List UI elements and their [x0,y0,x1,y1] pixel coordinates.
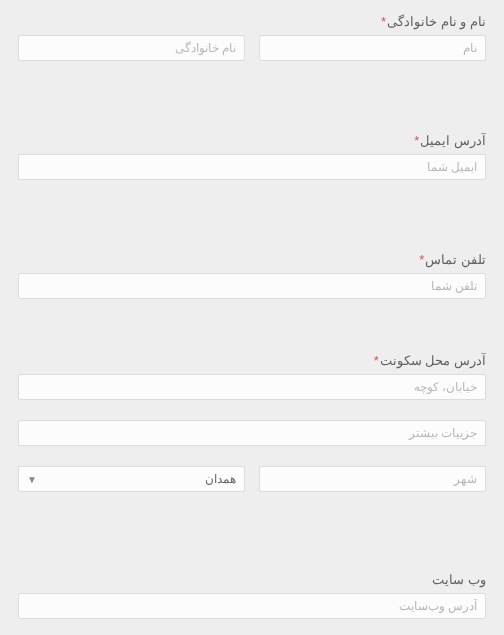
field-group-email: آدرس ایمیل* [18,133,486,180]
label-website-text: وب سایت [432,572,486,587]
required-mark: * [381,14,386,29]
last-name-input[interactable] [18,35,245,61]
required-mark: * [419,252,424,267]
label-name-text: نام و نام خانوادگی [387,14,486,29]
field-group-address: آدرس محل سکونت* همدان ▼ [18,353,486,492]
address-block: همدان ▼ [18,374,486,492]
field-group-phone: تلفن تماس* [18,252,486,299]
province-selected-value: همدان [205,472,236,486]
label-name: نام و نام خانوادگی* [18,14,486,29]
phone-input[interactable] [18,273,486,299]
label-website: وب سایت [18,572,486,587]
city-province-row: همدان ▼ [18,466,486,492]
address-details-input[interactable] [18,420,486,446]
first-name-input[interactable] [259,35,486,61]
chevron-down-icon: ▼ [27,474,37,485]
email-input[interactable] [18,154,486,180]
required-mark: * [414,133,419,148]
label-address-text: آدرس محل سکونت [380,353,486,368]
field-group-name: نام و نام خانوادگی* [18,14,486,61]
city-input[interactable] [259,466,486,492]
label-address: آدرس محل سکونت* [18,353,486,368]
label-phone-text: تلفن تماس [425,252,486,267]
required-mark: * [374,353,379,368]
label-email: آدرس ایمیل* [18,133,486,148]
website-input[interactable] [18,593,486,619]
label-phone: تلفن تماس* [18,252,486,267]
province-select[interactable]: همدان ▼ [18,466,245,492]
label-email-text: آدرس ایمیل [420,133,486,148]
name-row [18,35,486,61]
street-input[interactable] [18,374,486,400]
field-group-website: وب سایت [18,572,486,619]
